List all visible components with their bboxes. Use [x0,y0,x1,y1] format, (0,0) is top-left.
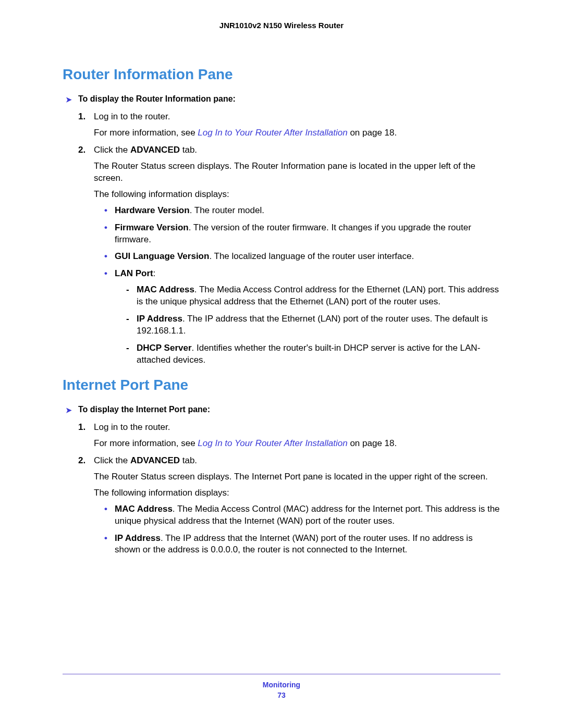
field-label: Firmware Version [115,223,189,232]
document-page: JNR1010v2 N150 Wireless Router Router In… [0,0,563,728]
text: tab. [180,145,197,155]
task-text: To display the Router Information pane: [78,94,236,104]
info-bullets: MAC Address. The Media Access Control (M… [94,503,500,557]
step-desc: The Router Status screen displays. The R… [94,161,500,184]
step-more: For more information, see Log In to Your… [94,127,500,139]
bullet-item: IP Address. The IP address that the Inte… [104,533,500,557]
step-info: The following information displays: [94,487,500,499]
step-item: Log in to the router. For more informati… [78,422,500,450]
task-text: To display the Internet Port pane: [78,405,210,414]
sub-bullets: MAC Address. The Media Access Control ad… [115,284,500,366]
section-heading-router-info: Router Information Pane [63,66,500,83]
bullet-item: Firmware Version. The version of the rou… [104,222,500,246]
field-label: GUI Language Version [115,251,209,261]
step-text: Log in to the router. [94,112,170,121]
step-text: Log in to the router. [94,422,170,432]
text: tab. [180,455,197,465]
dash-item: MAC Address. The Media Access Control ad… [126,284,500,308]
dash-item: IP Address. The IP address that the Ethe… [126,313,500,337]
steps-list: Log in to the router. For more informati… [63,422,500,556]
field-label: LAN Port [115,268,153,278]
step-item: Click the ADVANCED tab. The Router Statu… [78,144,500,366]
footer-page-number: 73 [63,691,500,699]
text: on page 18. [348,128,397,138]
dash-item: DHCP Server. Identifies whether the rout… [126,342,500,366]
page-footer: Monitoring 73 [63,674,500,699]
ui-label: ADVANCED [130,455,180,465]
field-desc: . The IP address that the Internet (WAN)… [115,533,473,555]
footer-rule [63,674,500,674]
cross-ref-link[interactable]: Log In to Your Router After Installation [198,128,347,138]
steps-list: Log in to the router. For more informati… [63,111,500,366]
field-label: DHCP Server [137,343,192,353]
field-desc: . The Media Access Control (MAC) address… [115,504,500,526]
bullet-item: Hardware Version. The router model. [104,205,500,217]
step-info: The following information displays: [94,189,500,201]
step-item: Log in to the router. For more informati… [78,111,500,139]
field-desc: . The router model. [190,205,264,215]
step-item: Click the ADVANCED tab. The Router Statu… [78,455,500,557]
footer-chapter: Monitoring [63,681,500,689]
bullet-item: MAC Address. The Media Access Control (M… [104,503,500,527]
field-label: IP Address [137,314,182,324]
bullet-item: GUI Language Version. The localized lang… [104,251,500,263]
field-desc: . The localized language of the router u… [209,251,414,261]
task-heading: ➤ To display the Internet Port pane: [63,405,500,414]
field-label: Hardware Version [115,205,190,215]
ui-label: ADVANCED [130,145,180,155]
bullet-item: LAN Port: MAC Address. The Media Access … [104,268,500,366]
field-label: IP Address [115,533,161,543]
text: For more information, see [94,438,198,448]
info-bullets: Hardware Version. The router model. Firm… [94,205,500,366]
cross-ref-link[interactable]: Log In to Your Router After Installation [198,438,347,448]
text: on page 18. [348,438,397,448]
field-label: MAC Address [137,285,194,294]
step-desc: The Router Status screen displays. The I… [94,471,500,483]
section-heading-internet-port: Internet Port Pane [63,377,500,393]
field-label: MAC Address [115,504,173,514]
step-more: For more information, see Log In to Your… [94,438,500,450]
task-heading: ➤ To display the Router Information pane… [63,94,500,104]
text: Click the [94,455,130,465]
text: Click the [94,145,130,155]
text: : [153,268,156,278]
text: For more information, see [94,128,198,138]
arrow-icon: ➤ [66,406,72,414]
document-header: JNR1010v2 N150 Wireless Router [63,21,500,30]
field-desc: . The IP address that the Ethernet (LAN)… [137,314,488,336]
arrow-icon: ➤ [66,95,72,104]
